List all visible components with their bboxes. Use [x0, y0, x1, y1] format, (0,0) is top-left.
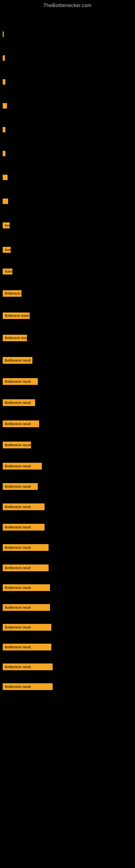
bottleneck-item-1: Bottleneck result — [3, 31, 132, 37]
bottleneck-item-21: Bottleneck result — [3, 483, 132, 490]
bottleneck-item-16: Bottleneck result — [3, 378, 132, 385]
bottleneck-item-14: Bottleneck result — [3, 335, 132, 341]
bottleneck-item-4: Bottleneck result — [3, 103, 132, 108]
bottleneck-item-24: Bottleneck result — [3, 544, 132, 551]
bottleneck-item-5: Bottleneck result — [3, 127, 132, 132]
bottleneck-item-9: Bottleneck result — [3, 222, 132, 228]
bottleneck-item-27: Bottleneck result — [3, 604, 132, 611]
bottleneck-label-15: Bottleneck result — [3, 357, 32, 364]
bottleneck-label-30: Bottleneck result — [3, 663, 53, 670]
bottleneck-label-17: Bottleneck result — [3, 399, 35, 406]
bottleneck-label-8: Bottleneck result — [3, 198, 8, 204]
bottleneck-item-20: Bottleneck result — [3, 463, 132, 469]
bottleneck-label-1: Bottleneck result — [3, 31, 4, 37]
bottleneck-item-10: Bottleneck result — [3, 247, 132, 253]
bottleneck-item-26: Bottleneck result — [3, 584, 132, 591]
bottleneck-item-28: Bottleneck result — [3, 624, 132, 631]
bottleneck-label-2: Bottleneck result — [3, 55, 5, 61]
bottleneck-label-28: Bottleneck result — [3, 624, 51, 631]
bottleneck-item-6: Bottleneck result — [3, 151, 132, 156]
bottleneck-item-23: Bottleneck result — [3, 524, 132, 531]
bottleneck-label-24: Bottleneck result — [3, 544, 49, 551]
bottleneck-label-13: Bottleneck result — [3, 312, 30, 319]
bottleneck-item-29: Bottleneck result — [3, 644, 132, 650]
bottleneck-label-6: Bottleneck result — [3, 151, 5, 156]
bottleneck-item-19: Bottleneck result — [3, 442, 132, 448]
bottleneck-label-12: Bottleneck result — [3, 290, 21, 297]
bottleneck-list: Bottleneck resultBottleneck resultBottle… — [0, 10, 135, 695]
site-title: TheBottlenecker.com — [0, 0, 135, 10]
bottleneck-label-26: Bottleneck result — [3, 584, 50, 591]
bottleneck-item-7: Bottleneck result — [3, 175, 132, 180]
site-title-container: TheBottlenecker.com — [0, 0, 135, 10]
bottleneck-item-22: Bottleneck result — [3, 503, 132, 510]
bottleneck-label-5: Bottleneck result — [3, 127, 5, 132]
bottleneck-item-25: Bottleneck result — [3, 564, 132, 571]
bottleneck-item-18: Bottleneck result — [3, 421, 132, 427]
bottleneck-item-2: Bottleneck result — [3, 55, 132, 61]
bottleneck-label-27: Bottleneck result — [3, 604, 50, 611]
bottleneck-label-10: Bottleneck result — [3, 247, 11, 253]
bottleneck-item-17: Bottleneck result — [3, 399, 132, 406]
bottleneck-label-29: Bottleneck result — [3, 644, 51, 650]
bottleneck-label-25: Bottleneck result — [3, 564, 49, 571]
bottleneck-item-15: Bottleneck result — [3, 357, 132, 364]
bottleneck-item-13: Bottleneck result — [3, 312, 132, 319]
bottleneck-item-12: Bottleneck result — [3, 290, 132, 297]
bottleneck-label-20: Bottleneck result — [3, 463, 42, 469]
bottleneck-label-21: Bottleneck result — [3, 483, 38, 490]
bottleneck-label-9: Bottleneck result — [3, 222, 10, 228]
bottleneck-item-31: Bottleneck result — [3, 683, 132, 690]
bottleneck-label-11: Bottleneck result — [3, 269, 12, 275]
bottleneck-label-16: Bottleneck result — [3, 378, 38, 385]
bottleneck-item-3: Bottleneck result — [3, 79, 132, 85]
bottleneck-label-19: Bottleneck result — [3, 442, 31, 448]
bottleneck-label-14: Bottleneck result — [3, 335, 27, 341]
bottleneck-label-4: Bottleneck result — [3, 103, 7, 108]
bottleneck-label-22: Bottleneck result — [3, 503, 45, 510]
bottleneck-label-23: Bottleneck result — [3, 524, 45, 531]
bottleneck-label-18: Bottleneck result — [3, 421, 39, 427]
bottleneck-item-8: Bottleneck result — [3, 198, 132, 204]
bottleneck-item-30: Bottleneck result — [3, 663, 132, 670]
bottleneck-item-11: Bottleneck result — [3, 269, 132, 275]
bottleneck-label-3: Bottleneck result — [3, 79, 5, 85]
bottleneck-label-31: Bottleneck result — [3, 683, 53, 690]
bottleneck-label-7: Bottleneck result — [3, 175, 8, 180]
